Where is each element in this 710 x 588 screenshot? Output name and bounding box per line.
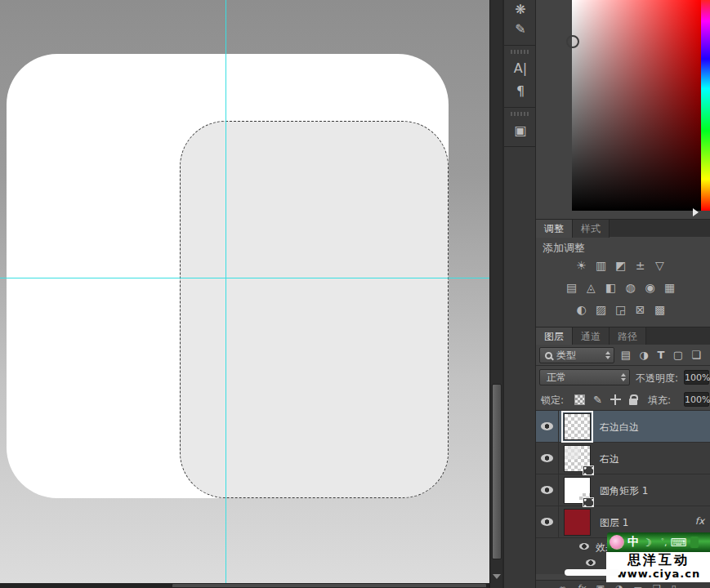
tab-channels[interactable]: 通道 xyxy=(573,327,610,345)
levels-icon[interactable]: ▥ xyxy=(593,258,609,274)
eye-icon[interactable] xyxy=(586,559,596,566)
hue-slider[interactable] xyxy=(701,0,710,211)
filter-pixel-layers-icon[interactable]: ▤ xyxy=(618,347,634,363)
filter-type-layers-icon[interactable]: T xyxy=(653,347,669,363)
filter-adjustment-layers-icon[interactable]: ◑ xyxy=(636,347,652,363)
brightness-contrast-icon[interactable]: ☀ xyxy=(574,258,589,274)
filter-smart-objects-icon[interactable]: ❏ xyxy=(688,347,704,363)
new-adjustment-layer-icon[interactable]: ◑ xyxy=(615,583,623,588)
channel-mixer-icon[interactable]: ◉ xyxy=(642,280,658,296)
vertical-scrollbar[interactable] xyxy=(489,0,502,588)
mixer-brush-panel-icon[interactable]: ❋ xyxy=(504,2,537,17)
adjustment-icons-row2: ▤ ◬ ◧ ◍ ◉ ▦ xyxy=(564,280,677,296)
adjustment-icons-row3: ◐ ▨ ◲ ⊠ ▩ xyxy=(574,302,668,318)
watermark-url: www.ciya.cn xyxy=(606,568,710,580)
guide-vertical[interactable] xyxy=(226,0,226,583)
dropdown-arrows-icon xyxy=(621,373,626,381)
color-balance-icon[interactable]: ◬ xyxy=(583,280,599,296)
ime-language-toggle[interactable]: 中 xyxy=(627,535,639,550)
link-layers-icon[interactable]: ∞ xyxy=(559,583,566,588)
hue-slider-marker[interactable] xyxy=(693,208,699,216)
eye-icon xyxy=(541,422,553,430)
blend-mode-dropdown[interactable]: 正常 xyxy=(539,369,630,385)
eye-icon xyxy=(541,454,553,462)
selective-color-icon[interactable]: ▩ xyxy=(652,302,668,318)
new-layer-icon[interactable]: ❏ xyxy=(653,583,661,588)
character-panel-icon[interactable]: A| xyxy=(504,56,537,79)
delete-layer-icon[interactable]: ▯ xyxy=(672,583,677,588)
photo-filter-icon[interactable]: ◍ xyxy=(623,280,638,296)
visibility-toggle[interactable] xyxy=(536,506,559,537)
new-group-icon[interactable]: ▭ xyxy=(634,583,642,588)
opacity-value[interactable]: 100% xyxy=(684,370,709,385)
horizontal-scrollbar-thumb[interactable] xyxy=(172,583,487,588)
layer-thumbnail[interactable] xyxy=(564,477,591,504)
ime-fullhalf-moon-icon[interactable]: ☽ xyxy=(642,537,652,549)
layer-thumbnail[interactable] xyxy=(564,445,591,472)
guide-horizontal[interactable] xyxy=(0,278,489,278)
vibrance-icon[interactable]: ▽ xyxy=(652,258,668,274)
fill-value[interactable]: 100% xyxy=(684,392,709,407)
eye-icon[interactable] xyxy=(579,543,589,550)
layer-style-icon[interactable]: fx xyxy=(577,583,585,588)
3d-panel-icon[interactable]: ▣ xyxy=(504,118,537,141)
search-icon xyxy=(545,352,552,359)
panel-dock: ❋ ✎ A| ¶ ▣ xyxy=(502,0,535,588)
color-lookup-icon[interactable]: ▦ xyxy=(662,280,677,296)
ime-status-bar[interactable]: 中 ☽ ゜, ⌨ xyxy=(607,532,710,552)
paragraph-panel-icon[interactable]: ¶ xyxy=(504,79,537,102)
curves-icon[interactable]: ◩ xyxy=(613,258,628,274)
posterize-icon[interactable]: ▨ xyxy=(593,302,609,318)
layer-thumbnail[interactable] xyxy=(564,413,591,440)
lock-position-icon[interactable] xyxy=(610,394,621,405)
filter-shape-layers-icon[interactable]: ▢ xyxy=(670,347,686,363)
ime-punctuation-toggle[interactable]: ゜, xyxy=(655,537,668,549)
tab-paths[interactable]: 路径 xyxy=(610,327,646,345)
keyboard-icon[interactable]: ⌨ xyxy=(670,536,686,549)
layer-name[interactable]: 图层 1 xyxy=(600,516,628,530)
layer-name[interactable]: 圆角矩形 1 xyxy=(600,484,648,498)
scrollbar-down-arrow-icon[interactable] xyxy=(493,574,501,579)
layer-style-fx-badge[interactable]: fx xyxy=(695,515,704,527)
layer-name[interactable]: 右边 xyxy=(600,452,619,466)
horizontal-scrollbar[interactable] xyxy=(0,583,489,588)
ime-menu-icon[interactable] xyxy=(690,537,699,548)
tab-styles[interactable]: 样式 xyxy=(573,220,610,238)
brush-presets-panel-icon[interactable]: ✎ xyxy=(504,17,537,40)
selection-marching-ants xyxy=(180,121,449,498)
visibility-toggle[interactable] xyxy=(536,474,559,506)
gradient-map-icon[interactable]: ⊠ xyxy=(632,302,648,318)
layers-tabbar: 图层 通道 路径 xyxy=(536,327,710,345)
vertical-scrollbar-thumb[interactable] xyxy=(492,384,502,559)
document-canvas[interactable] xyxy=(0,0,489,583)
layer-thumbnail[interactable] xyxy=(564,509,591,536)
layer-name[interactable]: 右边白边 xyxy=(600,421,639,434)
tab-adjustments[interactable]: 调整 xyxy=(536,220,573,238)
blend-mode-value: 正常 xyxy=(547,371,566,385)
blend-mode-row: 正常 不透明度: 100% xyxy=(536,366,710,389)
watermark: 思洋互动 www.ciya.cn xyxy=(606,552,710,582)
color-field-marker[interactable] xyxy=(566,35,579,48)
layer-row-youbian[interactable]: 右边 xyxy=(536,443,710,474)
tab-layers[interactable]: 图层 xyxy=(536,327,573,345)
hue-saturation-icon[interactable]: ▤ xyxy=(564,280,579,296)
layer-mask-icon[interactable]: ▣ xyxy=(596,583,605,588)
layer-row-youbianbaibian[interactable]: 右边白边 xyxy=(536,411,710,443)
dock-grip[interactable] xyxy=(511,50,529,54)
black-white-icon[interactable]: ◧ xyxy=(603,280,618,296)
color-panel xyxy=(536,0,710,219)
layer-filter-type-dropdown[interactable]: 类型 xyxy=(539,347,614,363)
dock-grip[interactable] xyxy=(511,112,529,116)
exposure-icon[interactable]: ± xyxy=(632,258,648,274)
visibility-toggle[interactable] xyxy=(536,411,559,442)
saturation-brightness-field[interactable] xyxy=(572,0,701,211)
lock-transparent-pixels-icon[interactable] xyxy=(574,394,585,405)
invert-icon[interactable]: ◐ xyxy=(574,302,589,318)
visibility-toggle[interactable] xyxy=(536,443,559,474)
white-bar-overlay xyxy=(565,569,620,576)
lock-image-pixels-icon[interactable]: ✎ xyxy=(593,394,602,406)
lock-all-icon[interactable] xyxy=(629,399,637,405)
panel-column: 调整 样式 添加调整 ☀ ▥ ◩ ± ▽ ▤ ◬ ◧ ◍ ◉ ▦ ◐ ▨ ◲ ⊠… xyxy=(535,0,710,588)
layer-row-yuanjiaojuxing[interactable]: 圆角矩形 1 xyxy=(536,474,710,506)
threshold-icon[interactable]: ◲ xyxy=(613,302,628,318)
